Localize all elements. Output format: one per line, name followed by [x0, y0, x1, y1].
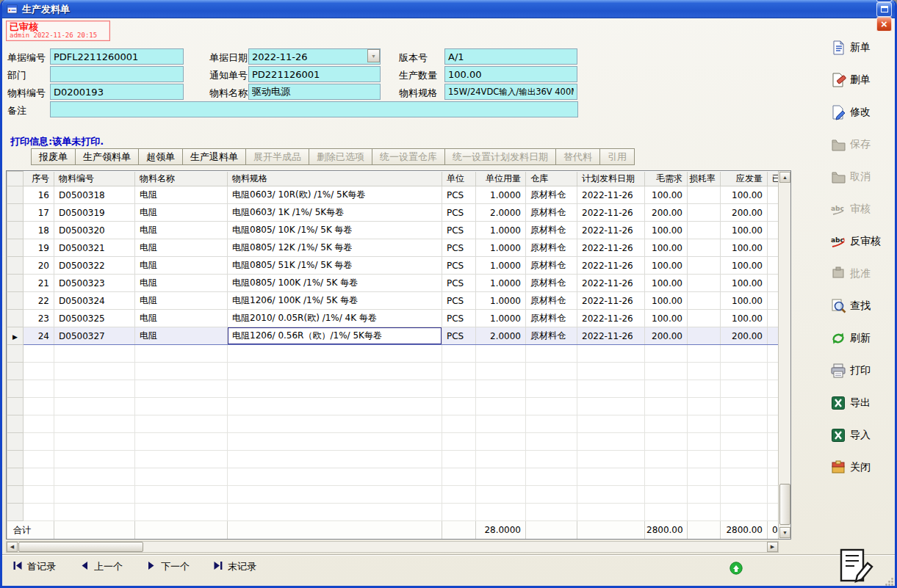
empty-row[interactable] [7, 380, 780, 398]
cell-code[interactable]: D0500318 [54, 186, 135, 204]
cell-code[interactable]: D0500320 [54, 222, 135, 239]
cell-code[interactable] [54, 486, 135, 504]
cell-loss[interactable] [688, 451, 721, 468]
table-row-23[interactable]: 23D0500325电阻电阻2010/ 0.05R(欧) /1%/ 4K 每卷P… [7, 310, 780, 327]
cell-gross[interactable] [645, 451, 688, 468]
cell-seq[interactable]: 24 [24, 327, 54, 345]
cell-usage[interactable] [476, 433, 526, 451]
cell-gross[interactable] [645, 486, 688, 504]
cell-gross[interactable] [645, 363, 688, 380]
cell-name[interactable] [135, 451, 228, 468]
cell-name[interactable] [135, 398, 228, 415]
cell-usage[interactable]: 2.0000 [476, 204, 526, 222]
cell-usage[interactable] [476, 363, 526, 380]
cell-spec[interactable]: 电阻0805/ 12K /1%/ 5K 每卷 [228, 239, 442, 257]
row-indicator[interactable] [7, 433, 24, 451]
cell-code[interactable]: D0500324 [54, 292, 135, 310]
cell-name[interactable] [135, 486, 228, 504]
cell-issue[interactable] [721, 504, 768, 521]
cell-unit[interactable]: PCS [442, 222, 476, 239]
cell-spec[interactable] [228, 398, 442, 415]
cell-gross[interactable]: 100.00 [645, 222, 688, 239]
cell-code[interactable] [54, 380, 135, 398]
cell-unit[interactable]: PCS [442, 204, 476, 222]
material-name-field[interactable] [248, 84, 381, 100]
next-record-button[interactable]: 下一个 [146, 560, 190, 573]
tab-expand-semi-finished[interactable]: 展开半成品 [245, 148, 309, 165]
row-indicator[interactable] [7, 468, 24, 486]
cell-code[interactable]: D0500327 [54, 327, 135, 345]
cell-issue[interactable] [721, 433, 768, 451]
prev-record-button[interactable]: 上一个 [79, 560, 123, 573]
material-no-field[interactable] [50, 84, 184, 100]
cell-spec[interactable] [228, 504, 442, 521]
empty-row[interactable] [7, 398, 780, 415]
tab-production-return-order[interactable]: 生产退料单 [182, 148, 246, 165]
cell-code[interactable] [54, 451, 135, 468]
tab-production-picking-order[interactable]: 生产领料单 [75, 148, 139, 165]
cell-issue[interactable] [721, 398, 768, 415]
cell-name[interactable]: 电阻 [135, 257, 228, 275]
resize-grip[interactable] [885, 576, 894, 585]
table-row-24[interactable]: ▶24D0500327电阻电阻1206/ 0.56R（欧）/1%/ 5K每卷PC… [7, 327, 780, 345]
cell-date[interactable] [577, 380, 645, 398]
cell-name[interactable] [135, 345, 228, 363]
cell-spec[interactable] [228, 345, 442, 363]
cell-wh[interactable]: 原材料仓 [526, 327, 577, 345]
cell-unit[interactable]: PCS [442, 275, 476, 292]
cell-loss[interactable] [688, 327, 721, 345]
tab-over-picking-order[interactable]: 超领单 [138, 148, 183, 165]
table-row-16[interactable]: 16D0500318电阻电阻0603/ 10R(欧) /1%/ 5K每卷PCS1… [7, 186, 780, 204]
table-row-20[interactable]: 20D0500322电阻电阻0805/ 51K /1%/ 5K 每卷PCS1.0… [7, 257, 780, 275]
cell-usage[interactable]: 1.0000 [476, 275, 526, 292]
cell-unit[interactable] [442, 504, 476, 521]
cancel-button[interactable]: 取消 [830, 167, 893, 186]
cell-wh[interactable]: 原材料仓 [526, 239, 577, 257]
cell-spec[interactable] [228, 363, 442, 380]
row-indicator[interactable] [7, 257, 24, 275]
cell-date[interactable]: 2022-11-26 [577, 327, 645, 345]
cell-loss[interactable] [688, 222, 721, 239]
table-row-18[interactable]: 18D0500320电阻电阻0805/ 10K /1%/ 5K 每卷PCS1.0… [7, 222, 780, 239]
cell-seq[interactable] [24, 433, 54, 451]
cell-loss[interactable] [688, 504, 721, 521]
cell-loss[interactable] [688, 292, 721, 310]
empty-row[interactable] [7, 451, 780, 468]
delete-button[interactable]: 删单 [830, 70, 893, 90]
doc-no-field[interactable] [50, 48, 184, 65]
column-header-unit[interactable]: 单位 [442, 172, 476, 186]
vertical-scroll-thumb[interactable] [779, 484, 790, 525]
cell-spec[interactable]: 电阻0603/ 1K /1%/ 5K每卷 [228, 204, 442, 222]
green-arrow-button[interactable] [730, 562, 743, 575]
cell-spec[interactable] [228, 415, 442, 433]
cell-date[interactable] [577, 468, 645, 486]
cell-unit[interactable]: PCS [442, 186, 476, 204]
cell-seq[interactable]: 22 [24, 292, 54, 310]
cell-seq[interactable] [24, 380, 54, 398]
cell-issue[interactable]: 100.00 [721, 257, 768, 275]
cell-wh[interactable]: 原材料仓 [526, 204, 577, 222]
cell-usage[interactable] [476, 345, 526, 363]
cell-gross[interactable] [645, 433, 688, 451]
cell-code[interactable]: D0500325 [54, 310, 135, 327]
cell-issue[interactable]: 100.00 [721, 222, 768, 239]
cell-code[interactable] [54, 504, 135, 521]
cell-seq[interactable] [24, 504, 54, 521]
cell-issue[interactable]: 100.00 [721, 292, 768, 310]
modify-button[interactable]: 修改 [830, 103, 893, 122]
empty-row[interactable] [7, 468, 780, 486]
cell-loss[interactable] [688, 380, 721, 398]
column-header-usage[interactable]: 单位用量 [476, 172, 526, 186]
cell-name[interactable] [135, 415, 228, 433]
cell-spec[interactable]: 电阻1206/ 100K /1%/ 5K 每卷 [228, 292, 442, 310]
cell-usage[interactable] [476, 486, 526, 504]
cell-seq[interactable] [24, 415, 54, 433]
cell-unit[interactable] [442, 468, 476, 486]
cell-code[interactable]: D0500321 [54, 239, 135, 257]
cell-name[interactable] [135, 363, 228, 380]
cell-date[interactable]: 2022-11-26 [577, 204, 645, 222]
print-button[interactable]: 打印 [830, 361, 893, 380]
column-header-loss[interactable]: 损耗率 [688, 172, 721, 186]
prod-qty-field[interactable] [444, 66, 577, 82]
cell-unit[interactable] [442, 380, 476, 398]
